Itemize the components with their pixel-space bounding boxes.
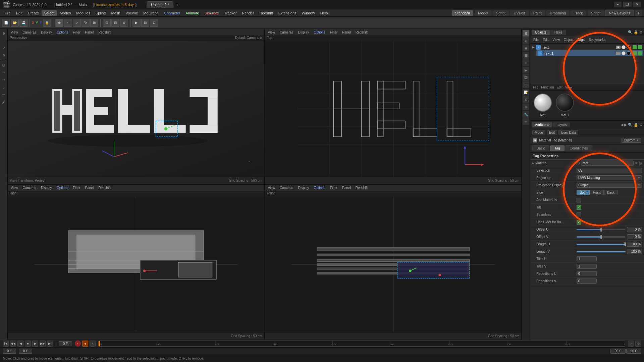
- prop-offset-v-slider[interactable]: [577, 236, 626, 238]
- mat-view[interactable]: View: [564, 85, 574, 89]
- script-tab[interactable]: Script: [493, 10, 509, 16]
- vp-options-menu[interactable]: Options: [55, 30, 70, 35]
- ri-anim-icon[interactable]: ▶: [523, 67, 529, 73]
- vp-panel-menu[interactable]: Panel: [84, 30, 96, 35]
- menu-spline[interactable]: Spline: [93, 10, 109, 16]
- obj-tags-menu[interactable]: Tags: [576, 38, 586, 42]
- ri-xpresso-icon[interactable]: ⊡: [523, 81, 529, 88]
- viewport-top[interactable]: View Cameras Display Options Filter Pane…: [265, 29, 522, 184]
- vp-front-cameras[interactable]: Cameras: [278, 186, 295, 190]
- browser-settings-icon[interactable]: ⚙: [639, 30, 643, 35]
- vp-front-redshift[interactable]: Redshift: [354, 186, 370, 190]
- prop-length-u-slider[interactable]: [577, 244, 626, 245]
- mode-btn-userdata[interactable]: User Data: [558, 130, 578, 135]
- script2-tab[interactable]: Script: [588, 10, 604, 16]
- prop-addmat-check[interactable]: [577, 198, 581, 202]
- prop-rep-u-value[interactable]: [577, 271, 597, 276]
- ri-attr-icon[interactable]: ⊞: [523, 30, 529, 37]
- scale-btn[interactable]: ⤢: [73, 19, 81, 27]
- transform-btn[interactable]: ⊞: [90, 19, 98, 27]
- takes-tab[interactable]: Takes: [550, 30, 566, 35]
- prop-offset-u-slider[interactable]: [577, 229, 626, 230]
- tool-rotate[interactable]: ↻: [0, 52, 7, 59]
- mat-function[interactable]: Function: [540, 85, 555, 89]
- vp-top-options[interactable]: Options: [312, 30, 327, 35]
- render-btn[interactable]: ▶: [132, 19, 141, 27]
- prop-tile-check[interactable]: ✓: [577, 205, 581, 210]
- mat-item-mat1[interactable]: Mat.1: [556, 94, 574, 117]
- vp-top-display[interactable]: Display: [297, 30, 311, 35]
- vp-top-filter[interactable]: Filter: [328, 30, 339, 35]
- viewport-front[interactable]: View Cameras Display Options Filter Pane…: [265, 184, 522, 340]
- tl-frame-field[interactable]: [59, 341, 72, 346]
- new-file-btn[interactable]: 📄: [2, 19, 10, 27]
- menu-render[interactable]: Render: [239, 10, 257, 16]
- ri-settings-icon[interactable]: ⚙: [523, 96, 529, 103]
- tl-key-btn[interactable]: ◆: [82, 341, 88, 347]
- menu-edit[interactable]: Edit: [13, 10, 25, 16]
- tl-frame-display[interactable]: [3, 349, 16, 354]
- tool-knife[interactable]: ✂: [0, 76, 7, 83]
- main-tab[interactable]: Untitled 2 *: [147, 1, 173, 8]
- prop-offset-v-value[interactable]: 0 %: [627, 234, 642, 239]
- ri-obj-icon[interactable]: ≡: [523, 37, 529, 44]
- prop-material-pick[interactable]: ◎: [639, 161, 642, 165]
- browser-lock-icon[interactable]: 🔒: [634, 30, 638, 35]
- rotate-btn[interactable]: ↻: [82, 19, 90, 27]
- prop-selection-value[interactable]: [577, 168, 642, 173]
- vp-right-cameras[interactable]: Cameras: [21, 186, 38, 190]
- mode-btn-mode[interactable]: Mode: [532, 130, 545, 135]
- tl-next-frame-btn[interactable]: ▶▶: [40, 341, 46, 347]
- vp-top-panel[interactable]: Panel: [340, 30, 353, 35]
- menu-animate[interactable]: Animate: [183, 10, 202, 16]
- mat-item-mat[interactable]: Mat: [534, 94, 552, 117]
- browser-search-icon[interactable]: 🔍: [628, 30, 633, 35]
- viewport-perspective[interactable]: View Cameras Display Options Filter Pane…: [7, 29, 265, 184]
- tl-auto-btn[interactable]: A: [90, 341, 96, 347]
- subtab-tag[interactable]: Tag: [550, 145, 564, 151]
- timeline-track[interactable]: 0 10 20 30 40 50 60 70 80 90: [98, 341, 625, 347]
- objects-tab[interactable]: Objects: [532, 30, 550, 35]
- mat-file[interactable]: File: [532, 85, 540, 89]
- attrs-nav-back[interactable]: ◀: [621, 123, 623, 127]
- menu-tracker[interactable]: Tracker: [221, 10, 239, 16]
- vp-display-menu[interactable]: Display: [39, 30, 54, 35]
- ri-render-icon[interactable]: 🖼: [523, 74, 529, 81]
- mode-btn-edit[interactable]: Edit: [547, 130, 557, 135]
- vp-front-filter[interactable]: Filter: [328, 186, 339, 190]
- mat-edit[interactable]: Edit: [555, 85, 564, 89]
- tl-options-btn[interactable]: ⚙: [635, 341, 641, 347]
- vp-front-display[interactable]: Display: [297, 186, 311, 190]
- vp-top-view[interactable]: View: [266, 30, 277, 35]
- obj-row-text[interactable]: ▶ T Text ▣: [531, 44, 643, 50]
- paint-tab[interactable]: Paint: [530, 10, 545, 16]
- menu-simulate[interactable]: Simulate: [202, 10, 222, 16]
- grid-btn[interactable]: ⊟: [111, 19, 119, 27]
- vp-right-panel[interactable]: Panel: [84, 186, 96, 190]
- uvedit-tab[interactable]: UVEdit: [510, 10, 528, 16]
- attrs-tab-attributes[interactable]: Attributes: [532, 122, 552, 127]
- close-button[interactable]: ✕: [633, 2, 641, 7]
- grooming-tab[interactable]: Grooming: [546, 10, 569, 16]
- render-region-btn[interactable]: ⊡: [141, 19, 149, 27]
- menu-modules[interactable]: Modules: [73, 10, 93, 16]
- ri-paint-icon[interactable]: ✏: [523, 118, 529, 125]
- tool-poly[interactable]: ⬡: [0, 62, 7, 68]
- add-layout-button[interactable]: +: [635, 10, 642, 16]
- vp-filter-menu[interactable]: Filter: [71, 30, 82, 35]
- menu-select[interactable]: Select: [42, 10, 57, 16]
- obj-file-menu[interactable]: File: [532, 38, 540, 42]
- prop-material-clear[interactable]: ✕: [635, 161, 638, 165]
- add-tab-button[interactable]: +: [174, 2, 180, 8]
- tool-scale[interactable]: ⤢: [0, 45, 7, 51]
- tl-prev-frame-btn[interactable]: ◀◀: [10, 341, 16, 347]
- minimize-button[interactable]: −: [614, 2, 622, 7]
- attrs-lock[interactable]: 🔒: [634, 123, 638, 127]
- move-btn[interactable]: ↔: [64, 19, 72, 27]
- obj-edit-menu[interactable]: Edit: [541, 38, 550, 42]
- menu-help[interactable]: Help: [318, 10, 331, 16]
- open-file-btn[interactable]: 📂: [11, 19, 19, 27]
- model-tab[interactable]: Model: [475, 10, 491, 16]
- tl-frame-display2[interactable]: [19, 349, 32, 354]
- menu-extensions[interactable]: Extensions: [276, 10, 299, 16]
